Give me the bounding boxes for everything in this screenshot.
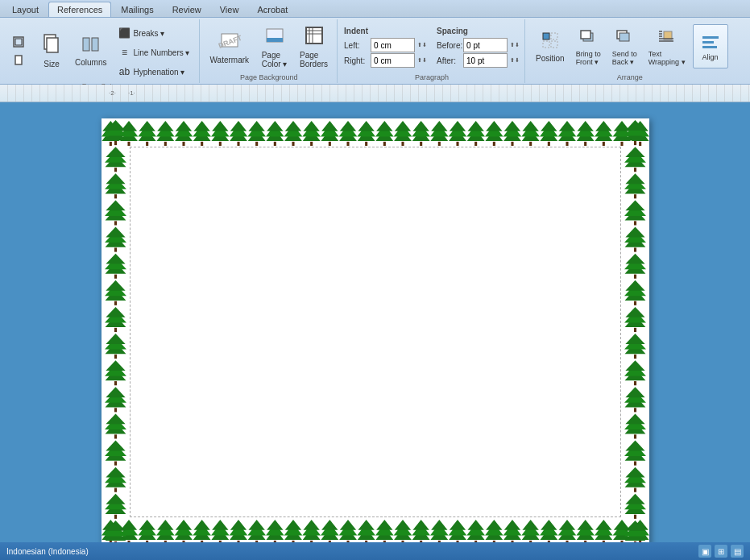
svg-rect-297 bbox=[114, 301, 116, 305]
svg-marker-128 bbox=[522, 121, 538, 131]
border-right bbox=[621, 118, 649, 542]
svg-marker-56 bbox=[193, 121, 209, 131]
svg-rect-23 bbox=[619, 33, 629, 41]
svg-marker-180 bbox=[212, 520, 228, 530]
svg-marker-192 bbox=[267, 520, 283, 530]
svg-marker-224 bbox=[412, 520, 429, 530]
svg-marker-164 bbox=[139, 520, 155, 530]
margins-button[interactable] bbox=[8, 33, 29, 51]
indent-heading: Indent bbox=[344, 25, 427, 37]
svg-rect-2 bbox=[15, 56, 22, 64]
ribbon-content: Size Columns ⬛ Breaks ▾ ≡ Line Numbe bbox=[0, 18, 750, 85]
svg-marker-356 bbox=[625, 227, 644, 238]
svg-marker-256 bbox=[558, 520, 574, 530]
svg-marker-396 bbox=[625, 494, 644, 504]
bring-to-front-button[interactable]: Bring toFront ▾ bbox=[572, 24, 605, 68]
spacing-before-input[interactable] bbox=[463, 38, 508, 52]
svg-marker-364 bbox=[625, 280, 644, 291]
indent-right-input[interactable] bbox=[371, 53, 415, 68]
view-icon-1[interactable]: ▣ bbox=[698, 545, 711, 558]
send-to-back-label: Send toBack ▾ bbox=[612, 50, 637, 66]
svg-marker-204 bbox=[321, 520, 338, 530]
svg-rect-317 bbox=[114, 434, 116, 438]
spacing-after-input[interactable] bbox=[463, 53, 508, 68]
svg-rect-21 bbox=[581, 31, 590, 39]
svg-marker-92 bbox=[358, 121, 374, 131]
tab-review[interactable]: Review bbox=[164, 2, 210, 17]
svg-rect-41 bbox=[146, 142, 148, 146]
svg-rect-73 bbox=[292, 142, 294, 146]
view-icon-2[interactable]: ⊞ bbox=[715, 545, 727, 558]
border-bottom bbox=[102, 517, 649, 542]
page-setup-items: Size Columns ⬛ Breaks ▾ ≡ Line Numbe bbox=[8, 21, 194, 81]
watermark-button[interactable]: DRAFT Watermark bbox=[206, 27, 254, 67]
bring-to-front-label: Bring toFront ▾ bbox=[576, 50, 601, 66]
send-to-back-button[interactable]: Send toBack ▾ bbox=[608, 24, 641, 68]
tab-acrobat[interactable]: Acrobat bbox=[248, 2, 296, 17]
svg-rect-49 bbox=[182, 142, 184, 146]
indent-right-label: Right: bbox=[344, 56, 368, 65]
page-borders-button[interactable]: PageBorders bbox=[296, 22, 332, 71]
svg-marker-260 bbox=[577, 520, 593, 530]
svg-rect-97 bbox=[401, 142, 404, 146]
paragraph-group: Indent Left: ⬆⬇ Right: ⬆⬇ Spacing bbox=[339, 19, 525, 83]
svg-marker-360 bbox=[625, 254, 644, 264]
spacing-after-row: After: ⬆⬇ bbox=[437, 53, 520, 68]
svg-marker-368 bbox=[625, 307, 644, 317]
align-button[interactable]: Align bbox=[693, 24, 728, 68]
spacing-after-spinner[interactable]: ⬆⬇ bbox=[510, 57, 520, 64]
svg-rect-305 bbox=[114, 355, 116, 359]
text-wrapping-button[interactable]: TextWrapping ▾ bbox=[644, 24, 690, 68]
position-label: Position bbox=[536, 54, 565, 63]
paragraph-label: Paragraph bbox=[344, 72, 520, 81]
svg-rect-133 bbox=[566, 142, 568, 146]
svg-rect-32 bbox=[702, 46, 717, 48]
tab-references[interactable]: References bbox=[48, 2, 111, 17]
svg-marker-196 bbox=[284, 520, 300, 530]
svg-marker-388 bbox=[625, 441, 644, 451]
svg-rect-45 bbox=[164, 142, 166, 146]
page-borders-label: PageBorders bbox=[300, 51, 328, 68]
content-area[interactable] bbox=[130, 147, 621, 517]
position-button[interactable]: Position bbox=[532, 28, 569, 65]
svg-rect-65 bbox=[255, 142, 258, 146]
hyphenation-button[interactable]: ab Hyphenation ▾ bbox=[114, 63, 193, 81]
svg-marker-144 bbox=[595, 121, 611, 131]
svg-marker-228 bbox=[431, 520, 447, 530]
view-icon-3[interactable]: ▤ bbox=[731, 545, 744, 558]
svg-marker-308 bbox=[106, 334, 125, 344]
svg-marker-140 bbox=[577, 121, 593, 131]
tab-mailings[interactable]: Mailings bbox=[112, 2, 162, 17]
svg-rect-301 bbox=[114, 328, 116, 332]
svg-rect-349 bbox=[633, 221, 636, 225]
size-button[interactable]: Size bbox=[35, 31, 68, 71]
columns-button[interactable]: Columns bbox=[71, 32, 110, 69]
svg-rect-365 bbox=[633, 328, 636, 332]
svg-rect-289 bbox=[114, 247, 116, 251]
svg-marker-316 bbox=[106, 387, 125, 397]
svg-rect-377 bbox=[633, 408, 636, 412]
page[interactable] bbox=[102, 118, 649, 542]
arrange-label: Arrange bbox=[532, 72, 728, 81]
svg-rect-57 bbox=[218, 142, 221, 146]
svg-rect-285 bbox=[114, 221, 116, 225]
orientation-button[interactable] bbox=[8, 52, 29, 69]
breaks-button[interactable]: ⬛ Breaks ▾ bbox=[114, 24, 193, 42]
tab-layout[interactable]: Layout bbox=[3, 2, 48, 17]
svg-marker-88 bbox=[339, 121, 355, 131]
line-numbers-icon: ≡ bbox=[118, 46, 131, 59]
svg-rect-117 bbox=[492, 142, 495, 146]
indent-right-spinner[interactable]: ⬆⬇ bbox=[417, 57, 427, 64]
line-numbers-button[interactable]: ≡ Line Numbers ▾ bbox=[114, 44, 193, 61]
page-color-button[interactable]: PageColor ▾ bbox=[256, 22, 292, 71]
svg-rect-1 bbox=[15, 39, 22, 45]
tab-view[interactable]: View bbox=[211, 2, 248, 17]
spacing-col: Spacing Before: ⬆⬇ After: ⬆⬇ bbox=[437, 25, 520, 68]
indent-right-row: Right: ⬆⬇ bbox=[344, 53, 427, 68]
spacing-before-spinner[interactable]: ⬆⬇ bbox=[510, 42, 520, 48]
indent-left-input[interactable] bbox=[371, 38, 415, 52]
indent-left-spinner[interactable]: ⬆⬇ bbox=[417, 42, 427, 48]
svg-marker-296 bbox=[106, 254, 125, 264]
columns-icon bbox=[81, 35, 101, 56]
paragraph-items: Indent Left: ⬆⬇ Right: ⬆⬇ Spacing bbox=[344, 21, 520, 72]
